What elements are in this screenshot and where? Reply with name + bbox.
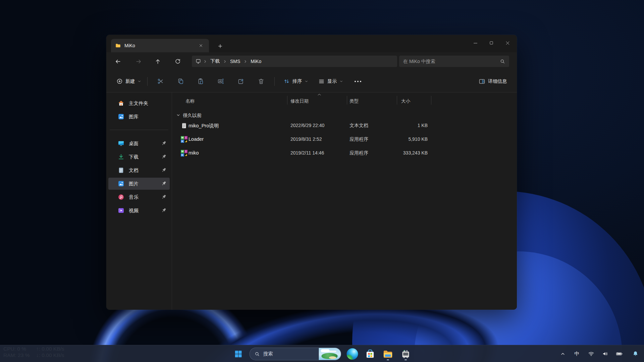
search-icon [255, 351, 260, 357]
weather-widget-icon [319, 348, 341, 360]
home-icon [118, 100, 124, 107]
chevron-down-icon [138, 79, 141, 83]
maximize-button[interactable] [483, 35, 499, 51]
notification-bell-icon[interactable] [630, 347, 641, 361]
command-bar: 新建 [106, 70, 517, 93]
chevron-down-icon [176, 113, 180, 117]
column-header-name[interactable]: 名称 [185, 97, 195, 105]
group-label: 很久以前 [183, 113, 202, 119]
sidebar-item-music[interactable]: 音乐 [108, 191, 170, 203]
sidebar-item-downloads[interactable]: 下载 [108, 151, 170, 163]
address-bar[interactable]: 下载 SMS MiKo [192, 56, 397, 67]
breadcrumb-item-downloads[interactable]: 下载 [208, 58, 222, 64]
sidebar-item-label: 主文件夹 [129, 100, 148, 107]
more-options-button[interactable] [351, 81, 365, 82]
breadcrumb-item-miko[interactable]: MiKo [249, 59, 263, 64]
taskbar-search-label: 搜索 [263, 351, 316, 357]
delete-button[interactable] [254, 75, 268, 88]
file-size: 1 KB [375, 123, 428, 128]
ime-indicator[interactable]: 中 [572, 347, 582, 361]
rename-button[interactable] [214, 75, 227, 88]
new-tab-button[interactable] [215, 41, 225, 51]
pin-icon[interactable] [161, 154, 167, 160]
forward-button[interactable] [132, 55, 145, 67]
cut-button[interactable] [154, 75, 167, 88]
details-pane-label: 详细信息 [488, 78, 507, 84]
sidebar-item-label: 桌面 [129, 140, 139, 147]
column-header-size[interactable]: 大小 [401, 97, 410, 105]
column-header-date[interactable]: 修改日期 [290, 97, 309, 105]
tab-close-icon[interactable] [197, 42, 205, 50]
share-button[interactable] [234, 75, 248, 88]
paste-button[interactable] [194, 75, 207, 88]
sidebar-separator [110, 130, 168, 130]
sort-button-label: 排序 [292, 78, 302, 84]
explorer-tab-miko[interactable]: MiKo [111, 39, 209, 52]
new-button[interactable]: 新建 [114, 75, 144, 88]
sidebar-item-label: 图库 [129, 114, 139, 120]
breadcrumb-chevron-icon [202, 60, 208, 63]
refresh-button[interactable] [171, 55, 184, 67]
wifi-icon[interactable] [586, 347, 596, 361]
miko-app-taskbar-icon[interactable] [399, 347, 413, 361]
microsoft-store-icon[interactable] [364, 347, 377, 361]
running-indicator [387, 359, 389, 360]
copy-button[interactable] [174, 75, 187, 88]
gallery-icon [118, 113, 124, 120]
new-button-label: 新建 [125, 78, 135, 84]
downloads-icon [118, 154, 124, 160]
battery-icon[interactable] [614, 347, 625, 361]
column-divider[interactable] [347, 96, 347, 105]
breadcrumb-chevron-icon [242, 60, 249, 63]
videos-icon [118, 207, 124, 214]
tray-chevron-up-icon[interactable] [557, 347, 568, 361]
column-header-type[interactable]: 类型 [350, 97, 359, 105]
column-divider[interactable] [431, 96, 431, 105]
view-button[interactable]: 显示 [316, 75, 346, 88]
breadcrumb-chevron-icon [222, 60, 228, 63]
file-type: 应用程序 [350, 136, 368, 142]
pin-icon[interactable] [161, 207, 167, 214]
up-button[interactable] [151, 55, 164, 67]
column-divider[interactable] [397, 96, 397, 105]
taskbar-search-button[interactable]: 搜索 [250, 348, 341, 360]
tab-title: MiKo [124, 43, 135, 48]
file-size: 333,243 KB [375, 150, 428, 156]
sort-button[interactable]: 排序 [281, 75, 311, 88]
sidebar-item-desktop[interactable]: 桌面 [108, 137, 170, 149]
file-size: 5,910 KB [375, 136, 428, 142]
sidebar-item-label: 下载 [129, 154, 139, 160]
view-button-label: 显示 [327, 78, 337, 84]
pin-icon[interactable] [161, 167, 167, 173]
details-pane-button[interactable]: 详细信息 [476, 75, 509, 88]
sidebar-item-label: 图片 [129, 181, 139, 187]
toolbar-separator [147, 77, 148, 86]
close-button[interactable] [499, 35, 516, 51]
search-input[interactable] [403, 59, 500, 64]
file-row-miko[interactable]: miko 2019/2/11 14:46 应用程序 333,243 KB [173, 146, 514, 160]
sidebar-item-documents[interactable]: 文档 [108, 164, 170, 176]
sidebar-item-label: 音乐 [129, 194, 139, 200]
volume-icon[interactable] [600, 347, 610, 361]
file-row-loader[interactable]: Loader 2019/8/31 2:52 应用程序 5,910 KB [173, 133, 514, 146]
start-button[interactable] [232, 347, 245, 361]
plus-circle-icon [116, 78, 123, 84]
sidebar-item-pictures[interactable]: 图片 [108, 178, 170, 190]
column-divider[interactable] [287, 96, 287, 105]
minimize-button[interactable] [467, 35, 483, 51]
sidebar-item-home[interactable]: 主文件夹 [108, 97, 170, 109]
file-explorer-icon[interactable] [381, 347, 395, 361]
breadcrumb-item-sms[interactable]: SMS [228, 59, 242, 64]
sort-icon [283, 78, 290, 84]
pin-icon[interactable] [161, 140, 167, 146]
back-button[interactable] [111, 55, 124, 67]
desktop-icon [118, 140, 124, 147]
sidebar-item-gallery[interactable]: 图库 [108, 111, 170, 123]
pin-icon[interactable] [161, 194, 167, 200]
file-name: Loader [189, 136, 204, 142]
edge-browser-icon[interactable] [346, 347, 359, 361]
file-row-miko-pro-readme[interactable]: miko_Pro说明 2022/6/29 22:40 文本文档 1 KB [173, 119, 514, 133]
sidebar-item-videos[interactable]: 视频 [108, 204, 170, 217]
pin-icon[interactable] [161, 180, 167, 187]
documents-icon [118, 167, 124, 174]
